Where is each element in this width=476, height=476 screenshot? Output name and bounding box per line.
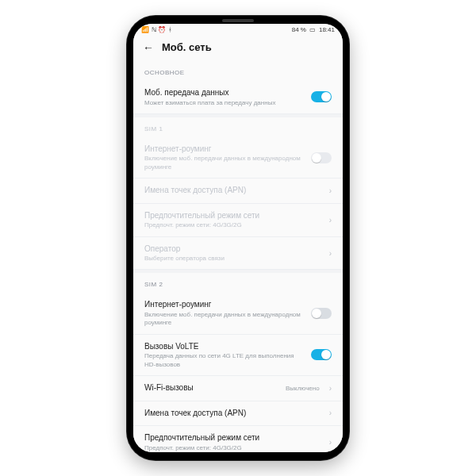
nfc-icon: ℕ: [152, 26, 157, 33]
battery-icon: ▭: [309, 26, 316, 33]
section-sim2: SIM 2: [133, 273, 343, 293]
chevron-right-icon: ›: [329, 384, 332, 393]
chevron-right-icon: ›: [329, 409, 332, 417]
bluetooth-icon: ᚼ: [168, 26, 173, 33]
page-title: Моб. сеть: [162, 41, 212, 53]
row-sim1-roaming[interactable]: Интернет-роуминг Включение моб. передачи…: [133, 137, 343, 178]
chevron-right-icon: ›: [329, 216, 332, 225]
chevron-right-icon: ›: [329, 438, 332, 447]
chevron-right-icon: ›: [329, 186, 332, 195]
row-sim1-apn[interactable]: Имена точек доступа (APN) ›: [133, 178, 343, 204]
signal-icon: 📶: [141, 26, 150, 33]
header-bar: ← Моб. сеть: [133, 35, 343, 61]
row-sim1-operator[interactable]: Оператор Выберите оператора связи ›: [133, 237, 343, 271]
sim2-wifi-value: Выключено: [286, 385, 320, 392]
sim2-apn-label: Имена точек доступа (APN): [144, 408, 320, 419]
status-bar: 📶 ℕ ⏰ ᚼ 84 % ▭ 18:41: [133, 24, 343, 35]
row-sim2-wifi-calls[interactable]: Wi-Fi-вызовы Выключено ›: [133, 376, 343, 401]
sim1-roaming-sub: Включение моб. передачи данных в междуна…: [144, 155, 305, 171]
back-button[interactable]: ←: [143, 42, 154, 53]
sim2-wifi-label: Wi-Fi-вызовы: [144, 382, 279, 393]
sim2-volte-sub: Передача данных по сети 4G LTE для выпол…: [144, 352, 305, 369]
sim2-mode-label: Предпочтительный режим сети: [144, 432, 320, 443]
phone-frame: 📶 ℕ ⏰ ᚼ 84 % ▭ 18:41 ← Моб. сеть ОСНОВНО…: [127, 16, 349, 460]
settings-list[interactable]: ОСНОВНОЕ Моб. передача данных Может взим…: [133, 61, 343, 452]
sim1-roaming-toggle[interactable]: [311, 152, 332, 163]
sim2-volte-label: Вызовы VoLTE: [144, 341, 305, 352]
sim2-mode-sub: Предпочт. режим сети: 4G/3G/2G: [144, 444, 320, 452]
chevron-right-icon: ›: [329, 249, 332, 258]
row-sim1-mode[interactable]: Предпочтительный режим сети Предпочт. ре…: [133, 204, 343, 237]
sim1-mode-sub: Предпочт. режим сети: 4G/3G/2G: [144, 221, 320, 229]
row-sim2-mode[interactable]: Предпочтительный режим сети Предпочт. ре…: [133, 426, 343, 452]
sim1-apn-label: Имена точек доступа (APN): [144, 185, 320, 196]
mobile-data-label: Моб. передача данных: [144, 87, 305, 98]
sim1-mode-label: Предпочтительный режим сети: [144, 210, 320, 221]
row-sim2-volte[interactable]: Вызовы VoLTE Передача данных по сети 4G …: [133, 335, 343, 376]
screen: 📶 ℕ ⏰ ᚼ 84 % ▭ 18:41 ← Моб. сеть ОСНОВНО…: [133, 24, 343, 452]
row-sim2-roaming[interactable]: Интернет-роуминг Включение моб. передачи…: [133, 293, 343, 334]
clock: 18:41: [319, 26, 335, 33]
sim1-roaming-label: Интернет-роуминг: [144, 144, 305, 155]
section-main: ОСНОВНОЕ: [133, 61, 343, 81]
sim2-volte-toggle[interactable]: [311, 349, 332, 360]
sim1-operator-sub: Выберите оператора связи: [144, 255, 320, 263]
row-sim2-apn[interactable]: Имена точек доступа (APN) ›: [133, 401, 343, 427]
sim2-roaming-sub: Включение моб. передачи данных в междуна…: [144, 311, 305, 328]
sim2-roaming-toggle[interactable]: [311, 308, 332, 319]
battery-percent: 84 %: [292, 26, 306, 33]
sim2-roaming-label: Интернет-роуминг: [144, 299, 305, 310]
section-sim1: SIM 1: [133, 117, 343, 137]
row-mobile-data[interactable]: Моб. передача данных Может взиматься пла…: [133, 81, 343, 114]
phone-speaker: [222, 19, 254, 22]
mobile-data-toggle[interactable]: [311, 91, 332, 102]
alarm-icon: ⏰: [158, 26, 167, 33]
mobile-data-sub: Может взиматься плата за передачу данных: [144, 99, 305, 107]
sim1-operator-label: Оператор: [144, 244, 320, 255]
